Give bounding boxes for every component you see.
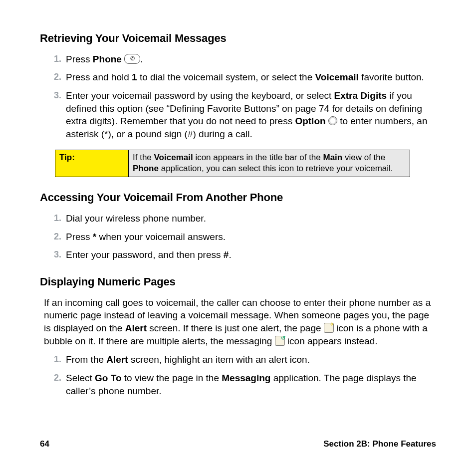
bold-hash: #	[224, 249, 229, 260]
bold-phone: Phone	[133, 164, 159, 173]
list-item: Select Go To to view the page in the Mes…	[66, 372, 436, 397]
text: view of the	[342, 153, 385, 162]
list-item: From the Alert screen, highlight an item…	[66, 353, 436, 366]
tip-label: Tip:	[55, 150, 129, 177]
text: From the	[66, 354, 106, 365]
text: If the	[133, 153, 154, 162]
list-item: Press Phone ✆.	[66, 53, 436, 66]
text: icon appears instead.	[285, 336, 378, 346]
text: .	[140, 54, 143, 64]
text: Select	[66, 373, 95, 383]
text: .	[229, 249, 231, 260]
section-label: Section 2B: Phone Features	[323, 439, 436, 450]
page-alert-icon	[324, 323, 334, 333]
text: Press and hold	[66, 72, 132, 82]
steps-accessing: Dial your wireless phone number. Press *…	[40, 212, 436, 261]
text: icon appears in the title bar of the	[193, 153, 323, 162]
list-item: Press * when your voicemail answers.	[66, 231, 436, 243]
text: favorite button.	[359, 72, 424, 82]
bold-alert: Alert	[106, 354, 128, 365]
bold-extra-digits: Extra Digits	[334, 90, 387, 101]
text: when your voicemail answers.	[96, 232, 226, 242]
text: to view the page in the	[122, 373, 222, 383]
bold-voicemail: Voicemail	[154, 153, 193, 162]
text: screen, highlight an item with an alert …	[128, 354, 310, 365]
bold-1: 1	[132, 72, 137, 82]
text: application, you can select this icon to…	[159, 164, 393, 173]
bold-alert: Alert	[125, 323, 147, 333]
text: Press	[66, 54, 93, 64]
bold-voicemail: Voicemail	[315, 72, 359, 82]
bold-option: Option	[295, 116, 325, 126]
text: Enter your voicemail password by using t…	[66, 90, 334, 101]
text: Dial your wireless phone number.	[66, 212, 436, 225]
list-item: Enter your password, and then press #.	[66, 248, 436, 261]
bold-main: Main	[323, 153, 342, 162]
heading-accessing: Accessing Your Voicemail From Another Ph…	[40, 190, 436, 205]
document-page: Retrieving Your Voicemail Messages Press…	[0, 0, 476, 426]
list-item: Dial your wireless phone number.	[66, 212, 436, 225]
text: Press	[66, 232, 93, 242]
bold-messaging: Messaging	[222, 373, 270, 383]
page-footer: 64 Section 2B: Phone Features	[40, 439, 436, 450]
page-number: 64	[40, 439, 49, 450]
heading-displaying: Displaying Numeric Pages	[40, 274, 436, 289]
intro-paragraph: If an incoming call goes to voicemail, t…	[44, 296, 436, 348]
list-item: Enter your voicemail password by using t…	[66, 89, 436, 141]
phone-key-icon: ✆	[124, 54, 140, 64]
bold-phone: Phone	[93, 54, 122, 64]
heading-retrieving: Retrieving Your Voicemail Messages	[40, 31, 436, 46]
steps-retrieving: Press Phone ✆. Press and hold 1 to dial …	[40, 53, 436, 141]
bold-goto: Go To	[95, 373, 121, 383]
text: Enter your password, and then press	[66, 249, 224, 260]
steps-displaying: From the Alert screen, highlight an item…	[40, 353, 436, 397]
text: to dial the voicemail system, or select …	[137, 72, 315, 82]
messaging-icon	[275, 336, 285, 346]
tip-content: If the Voicemail icon appears in the tit…	[129, 150, 410, 177]
text: screen. If there is just one alert, the …	[147, 323, 324, 333]
list-item: Press and hold 1 to dial the voicemail s…	[66, 71, 436, 84]
option-key-icon	[328, 116, 337, 125]
tip-box: Tip: If the Voicemail icon appears in th…	[55, 150, 410, 178]
